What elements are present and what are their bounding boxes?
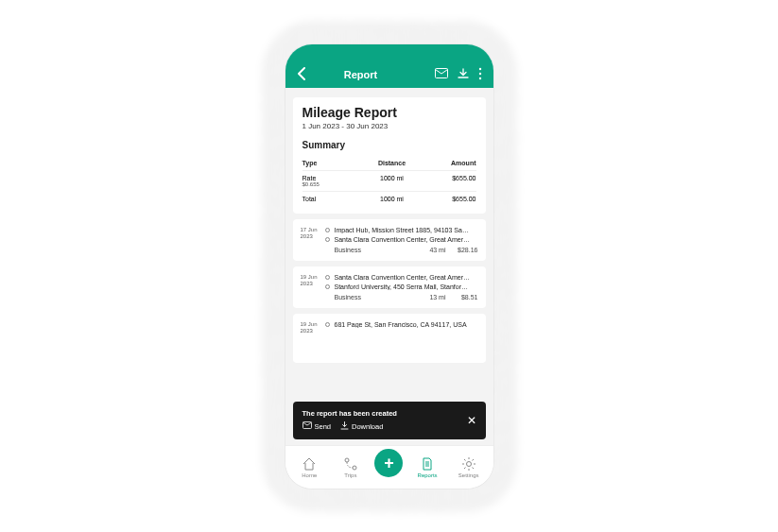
phone-frame: Report Mileage Report 1 Jun 2023 - 30 Ju… [285,44,493,489]
trip-to: Stanford University, 450 Serra Mall, Sta… [335,283,468,290]
mail-icon[interactable] [435,68,448,78]
plus-icon: + [384,454,394,473]
trip-card[interactable]: 19 Jun 2023 Santa Clara Convention Cente… [293,266,486,308]
download-icon[interactable] [458,68,469,79]
report-title: Mileage Report [303,105,476,120]
trip-distance: 13 mi [414,294,446,300]
col-type: Type [303,160,364,166]
add-button[interactable]: + [374,449,403,477]
svg-point-7 [466,461,471,466]
toast-send-label: Send [315,422,332,431]
trip-from-line: Impact Hub, Mission Street 1885, 94103 S… [325,227,478,233]
trip-to-line: Santa Clara Convention Center, Great Ame… [325,236,478,243]
document-icon [420,456,435,472]
trip-date: 19 Jun 2023 [301,274,320,300]
summary-label: Total [303,196,364,202]
report-date-range: 1 Jun 2023 - 30 Jun 2023 [303,122,476,130]
report-header-card: Mileage Report 1 Jun 2023 - 30 Jun 2023 … [293,97,486,214]
svg-point-5 [345,458,349,462]
col-distance: Distance [364,160,420,166]
trip-from-line: Santa Clara Convention Center, Great Ame… [325,274,478,281]
svg-point-2 [478,72,480,74]
dest-dot-icon [325,284,330,289]
nav-trips[interactable]: Trips [334,456,368,478]
top-bar: Report [285,44,493,88]
origin-dot-icon [325,322,330,327]
summary-header-row: Type Distance Amount [303,156,476,171]
col-amount: Amount [420,160,475,166]
summary-amount: $655.00 [420,175,475,187]
summary-sub: $0.655 [303,181,364,187]
trip-amount: $8.51 [446,294,478,300]
trip-category: Business [335,294,414,300]
nav-home[interactable]: Home [292,456,326,478]
content-area: Mileage Report 1 Jun 2023 - 30 Jun 2023 … [285,88,493,445]
summary-row-total: Total 1000 mi $655.00 [303,192,476,206]
close-icon[interactable]: ✕ [458,414,476,427]
trip-distance: 43 mi [414,247,446,253]
nav-label: Reports [418,472,438,478]
trip-from: Impact Hub, Mission Street 1885, 94103 S… [335,227,469,233]
toast-message: The report has been created [303,409,458,418]
bottom-nav: Home Trips + Reports Settings [285,445,493,489]
summary-heading: Summary [303,140,476,150]
summary-distance: 1000 mi [364,196,420,202]
nav-settings[interactable]: Settings [452,456,486,478]
summary-amount: $655.00 [420,196,475,202]
nav-label: Trips [344,472,356,478]
more-icon[interactable] [478,67,482,80]
summary-label: Rate [303,175,317,181]
gear-icon [461,456,476,472]
nav-reports[interactable]: Reports [410,456,444,478]
nav-label: Settings [458,472,479,478]
download-icon [340,421,349,432]
nav-label: Home [302,472,317,478]
trip-card[interactable]: 17 Jun 2023 Impact Hub, Mission Street 1… [293,219,486,261]
toast-download-button[interactable]: Download [340,421,383,432]
svg-point-6 [353,466,356,470]
origin-dot-icon [325,275,330,280]
trip-to-line: Stanford University, 450 Serra Mall, Sta… [325,283,478,290]
trip-amount: $28.16 [446,247,478,253]
toast-send-button[interactable]: Send [303,421,332,432]
route-icon [343,456,358,472]
origin-dot-icon [325,228,330,232]
trip-card[interactable]: 19 Jun 2023 681 Page St, San Francisco, … [293,314,486,363]
trip-from: 681 Page St, San Francisco, CA 94117, US… [335,321,467,328]
toast-download-label: Download [352,422,383,431]
svg-point-1 [478,67,480,69]
summary-distance: 1000 mi [364,175,420,187]
summary-row-rate: Rate $0.655 1000 mi $655.00 [303,171,476,192]
trip-category: Business [335,247,414,253]
trip-from-line: 681 Page St, San Francisco, CA 94117, US… [325,321,478,328]
dest-dot-icon [325,237,330,242]
home-icon [302,456,317,472]
svg-point-3 [478,77,480,78]
toast: The report has been created Send Downloa… [293,402,486,439]
trip-date: 17 Jun 2023 [301,227,320,253]
trip-to: Santa Clara Convention Center, Great Ame… [335,236,471,243]
trip-from: Santa Clara Convention Center, Great Ame… [335,274,471,281]
page-title: Report [297,69,425,80]
trip-date: 19 Jun 2023 [301,321,320,335]
mail-icon [303,421,312,431]
